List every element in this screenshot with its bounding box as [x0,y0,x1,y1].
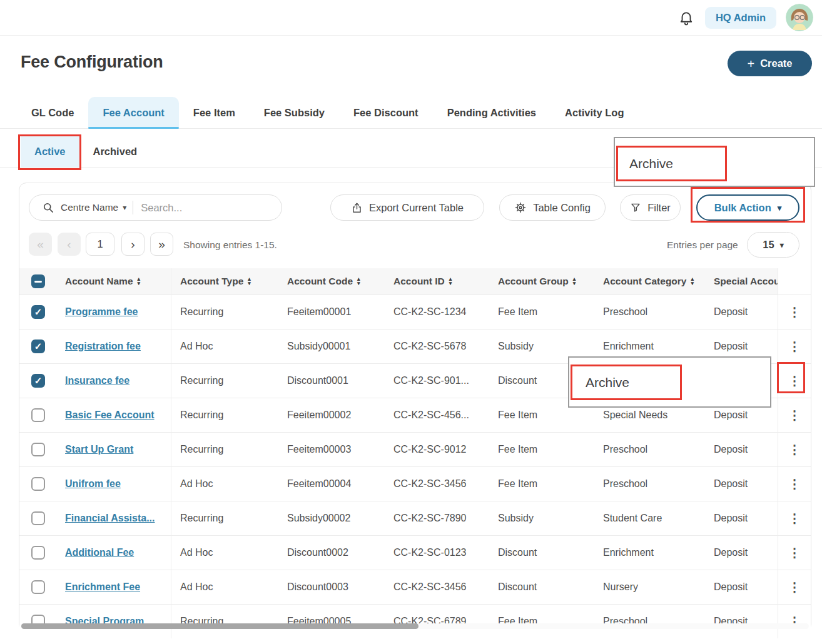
account-type-cell: Recurring [171,501,278,535]
account-type-cell: Ad Hoc [171,330,278,363]
account-code-cell: Discount0002 [278,536,385,570]
export-icon [351,202,363,214]
account-category-cell: Preschool [595,433,704,466]
tab-fee-account[interactable]: Fee Account [88,97,178,128]
account-name-link[interactable]: Basic Fee Account [65,410,155,421]
tab-fee-subsidy[interactable]: Fee Subsidy [250,97,339,128]
kebab-menu-icon[interactable] [785,370,804,391]
fee-account-table: Account Name Account Type Account Code A… [19,268,811,638]
notification-bell-icon[interactable] [677,8,696,27]
row-checkbox[interactable] [31,340,45,353]
tab-gl-code[interactable]: GL Code [17,97,88,128]
user-avatar[interactable] [786,4,813,31]
row-checkbox[interactable] [31,477,45,491]
account-name-link[interactable]: Additional Fee [65,547,134,558]
column-header-account-name[interactable]: Account Name [57,268,171,294]
bulk-action-dropdown-menu: Archive [614,137,815,187]
account-id-cell: CC-K2-SC-7890 [385,501,490,535]
chevron-down-icon [123,204,126,211]
tab-fee-item[interactable]: Fee Item [179,97,250,128]
table-config-button[interactable]: Table Config [499,194,606,221]
hq-admin-button[interactable]: HQ Admin [705,7,776,29]
account-id-cell: CC-K2-SC-9012 [385,433,490,466]
main-tabs: GL Code Fee Account Fee Item Fee Subsidy… [0,97,822,129]
sort-icon[interactable] [449,277,452,286]
sort-icon[interactable] [248,277,251,286]
account-name-link[interactable]: Financial Assista... [65,513,155,524]
subtab-active[interactable]: Active [21,136,79,167]
special-account-cell: Deposit [704,467,778,501]
column-header-account-code[interactable]: Account Code [278,268,385,294]
kebab-menu-icon[interactable] [785,336,804,357]
export-current-table-button[interactable]: Export Current Table [330,194,484,221]
first-page-button[interactable]: « [29,233,52,256]
tab-fee-discount[interactable]: Fee Discount [339,97,433,128]
column-header-account-id[interactable]: Account ID [385,268,490,294]
account-id-cell: CC-K2-SC-1234 [385,295,490,329]
entries-per-page-dropdown[interactable]: 15 [747,232,799,258]
kebab-menu-icon[interactable] [785,405,804,426]
archive-menu-item[interactable]: Archive [571,365,682,400]
kebab-menu-icon[interactable] [785,301,804,323]
top-bar: HQ Admin [0,0,822,36]
previous-page-button[interactable]: ‹ [58,233,81,256]
chevron-down-icon [778,204,782,212]
account-type-cell: Ad Hoc [171,570,278,604]
column-header-account-category[interactable]: Account Category [595,268,704,294]
row-checkbox[interactable] [31,511,45,525]
account-name-link[interactable]: Start Up Grant [65,444,133,455]
filter-button[interactable]: Filter [620,194,681,221]
kebab-menu-icon[interactable] [785,576,804,598]
table-row: Enrichment Fee Ad Hoc Discount0003 CC-K2… [19,570,811,604]
account-name-link[interactable]: Insurance fee [65,375,129,386]
kebab-menu-icon[interactable] [785,508,804,529]
account-type-cell: Recurring [171,605,278,638]
column-header-account-group[interactable]: Account Group [490,268,595,294]
sort-icon[interactable] [573,277,576,286]
next-page-button[interactable]: › [121,233,145,256]
last-page-button[interactable]: » [150,233,173,256]
archive-menu-item[interactable]: Archive [616,146,727,181]
select-all-checkbox[interactable] [31,274,45,288]
account-code-cell: Feeitem00001 [278,295,385,329]
row-checkbox[interactable] [31,443,45,456]
sort-icon[interactable] [138,277,141,286]
account-category-cell: Student Care [595,501,704,535]
page-number-button[interactable]: 1 [86,233,114,256]
account-id-cell: CC-K2-SC-901... [385,364,490,398]
search-divider [133,201,133,214]
account-name-link[interactable]: Programme fee [65,306,138,318]
account-name-link[interactable]: Registration fee [65,341,141,352]
row-checkbox[interactable] [31,546,45,560]
account-type-cell: Ad Hoc [171,536,278,570]
subtab-archived[interactable]: Archived [79,136,151,167]
column-header-special-account[interactable]: Special Accou [704,268,778,294]
table-row: Financial Assista... Recurring Subsidy00… [19,501,811,535]
bulk-action-button[interactable]: Bulk Action [696,194,799,221]
row-checkbox[interactable] [31,374,45,388]
account-category-cell: Preschool [595,295,704,329]
kebab-menu-icon[interactable] [785,542,804,563]
account-type-cell: Recurring [171,364,278,398]
tab-pending-activities[interactable]: Pending Activities [433,97,551,128]
table-header-row: Account Name Account Type Account Code A… [19,268,811,294]
special-account-cell: Deposit [704,605,778,638]
column-header-account-type[interactable]: Account Type [171,268,278,294]
account-name-link[interactable]: Enrichment Fee [65,581,140,593]
horizontal-scrollbar-thumb[interactable] [21,623,419,629]
special-account-cell: Deposit [704,570,778,604]
search-input[interactable] [140,201,273,214]
row-checkbox[interactable] [31,408,45,422]
kebab-menu-icon[interactable] [785,439,804,460]
row-checkbox[interactable] [31,580,45,594]
table-row: Programme fee Recurring Feeitem00001 CC-… [19,294,811,329]
account-group-cell: Subsidy [490,501,595,535]
row-checkbox[interactable] [31,305,45,319]
sort-icon[interactable] [691,277,694,286]
tab-activity-log[interactable]: Activity Log [551,97,638,128]
sort-icon[interactable] [357,277,360,286]
kebab-menu-icon[interactable] [785,473,804,495]
account-name-link[interactable]: Unifrom fee [65,478,121,490]
create-button[interactable]: + Create [728,51,812,76]
search-scope-dropdown[interactable]: Centre Name [61,202,126,213]
